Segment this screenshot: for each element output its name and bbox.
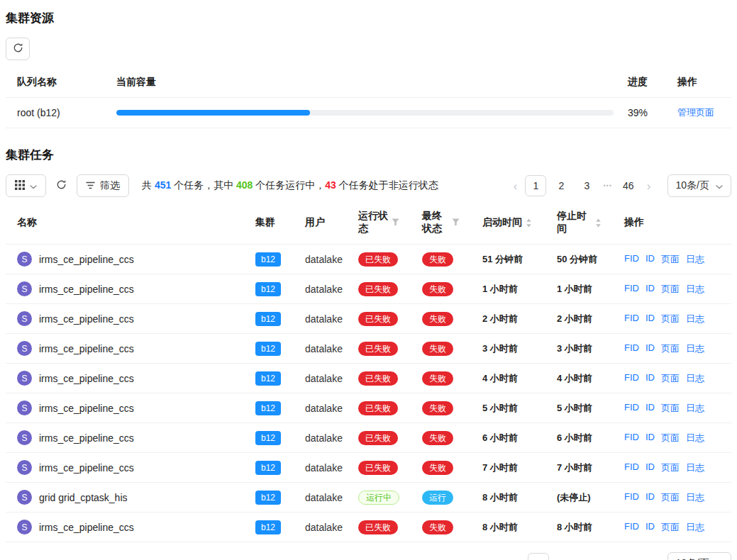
task-name[interactable]: grid grid_cptask_his (39, 492, 128, 503)
task-name[interactable]: irms_ce_pipeline_ccs (39, 313, 134, 325)
log-link[interactable]: 日志 (686, 253, 704, 266)
page-link[interactable]: 页面 (661, 313, 680, 325)
fid-link[interactable]: FID (624, 372, 639, 385)
fid-link[interactable]: FID (624, 313, 639, 325)
log-link[interactable]: 日志 (686, 342, 704, 355)
avatar: S (17, 490, 32, 505)
id-link[interactable]: ID (645, 491, 655, 504)
id-link[interactable]: ID (645, 521, 655, 534)
page-link[interactable]: 页面 (661, 283, 680, 296)
page-link[interactable]: 页面 (661, 491, 680, 504)
task-name[interactable]: irms_ce_pipeline_ccs (39, 522, 134, 533)
id-link[interactable]: ID (645, 283, 655, 296)
task-name[interactable]: irms_ce_pipeline_ccs (39, 462, 134, 474)
final-status-badge: 失败 (422, 342, 453, 356)
id-link[interactable]: ID (645, 253, 655, 266)
fid-link[interactable]: FID (624, 283, 639, 296)
fid-link[interactable]: FID (624, 461, 639, 474)
final-status-badge: 失败 (422, 401, 453, 415)
fid-link[interactable]: FID (624, 402, 639, 415)
prev-page-button[interactable]: ‹ (513, 558, 524, 560)
grid-icon (15, 180, 25, 192)
final-status-badge: 失败 (422, 371, 453, 386)
task-name[interactable]: irms_ce_pipeline_ccs (39, 343, 134, 354)
page-button-1[interactable]: 1 (525, 175, 546, 196)
task-name-cell: S irms_ce_pipeline_ccs (6, 274, 244, 303)
page-button-last[interactable]: 46 (621, 553, 642, 560)
page-button-3[interactable]: 3 (576, 175, 597, 196)
start-time: 1 小时前 (471, 276, 545, 303)
log-link[interactable]: 日志 (686, 372, 704, 385)
page-link[interactable]: 页面 (661, 342, 680, 355)
next-page-button[interactable]: › (643, 180, 655, 192)
id-link[interactable]: ID (645, 461, 655, 474)
log-link[interactable]: 日志 (686, 521, 704, 534)
stop-time: 3 小时前 (545, 335, 613, 362)
id-link[interactable]: ID (645, 313, 655, 325)
task-user: datalake (294, 336, 347, 362)
page-ellipsis[interactable]: ••• (602, 182, 613, 189)
task-name-cell: S grid grid_cptask_his (6, 483, 244, 512)
id-link[interactable]: ID (645, 432, 655, 444)
col-start-time[interactable]: 启动时间 (471, 208, 545, 237)
capacity-progress-fill (116, 110, 310, 116)
tasks-refresh-button[interactable] (53, 174, 70, 197)
log-link[interactable]: 日志 (686, 432, 704, 444)
page-button-2[interactable]: 2 (550, 175, 572, 196)
col-user: 用户 (294, 208, 347, 237)
page-size-select[interactable]: 10条/页 (667, 174, 731, 197)
prev-page-button[interactable]: ‹ (510, 180, 521, 192)
log-link[interactable]: 日志 (686, 313, 704, 325)
task-name-cell: S irms_ce_pipeline_ccs (6, 364, 244, 393)
id-link[interactable]: ID (645, 402, 655, 415)
start-time: 6 小时前 (471, 425, 545, 452)
manage-page-link[interactable]: 管理页面 (677, 107, 714, 118)
run-status-badge: 已失败 (358, 371, 398, 386)
fid-link[interactable]: FID (624, 521, 639, 534)
id-link[interactable]: ID (645, 372, 655, 385)
chevron-down-icon (716, 180, 723, 191)
col-stop-time[interactable]: 停止时间 (545, 201, 613, 244)
col-final-status-label: 最终状态 (422, 210, 448, 235)
task-name[interactable]: irms_ce_pipeline_ccs (39, 432, 134, 444)
avatar: S (17, 371, 32, 386)
column-layout-button[interactable] (6, 174, 46, 197)
filter-button[interactable]: 筛选 (77, 174, 129, 197)
resources-refresh-button[interactable] (6, 38, 30, 60)
task-name[interactable]: irms_ce_pipeline_ccs (39, 403, 134, 414)
page-button-last[interactable]: 46 (618, 175, 639, 196)
page-button-2[interactable]: 2 (553, 553, 575, 560)
log-link[interactable]: 日志 (686, 283, 704, 296)
log-link[interactable]: 日志 (686, 461, 704, 474)
log-link[interactable]: 日志 (686, 402, 704, 415)
final-status-badge: 失败 (422, 282, 453, 296)
page-link[interactable]: 页面 (661, 432, 680, 444)
pagination-bottom: ‹ 1 2 3 ••• 46 › 10条/页 (6, 542, 731, 560)
page-size-select[interactable]: 10条/页 (667, 552, 731, 560)
page-link[interactable]: 页面 (661, 461, 680, 474)
filter-funnel-icon[interactable] (392, 217, 399, 228)
task-name[interactable]: irms_ce_pipeline_ccs (39, 254, 134, 265)
page-link[interactable]: 页面 (661, 253, 680, 266)
start-time: 4 小时前 (471, 365, 545, 392)
sort-icon[interactable] (595, 218, 602, 228)
page-button-1[interactable]: 1 (528, 553, 549, 560)
filter-funnel-icon[interactable] (452, 217, 460, 228)
id-link[interactable]: ID (645, 342, 655, 355)
sort-icon[interactable] (526, 218, 532, 228)
fid-link[interactable]: FID (624, 253, 639, 266)
fid-link[interactable]: FID (624, 491, 639, 504)
log-link[interactable]: 日志 (686, 491, 704, 504)
task-name[interactable]: irms_ce_pipeline_ccs (39, 284, 134, 295)
task-name[interactable]: irms_ce_pipeline_ccs (39, 373, 134, 384)
next-page-button[interactable]: › (646, 558, 658, 560)
page-link[interactable]: 页面 (661, 372, 680, 385)
stopped-task-count: 43 (325, 179, 336, 191)
page-link[interactable]: 页面 (661, 521, 680, 534)
page-button-3[interactable]: 3 (579, 553, 600, 560)
fid-link[interactable]: FID (624, 342, 639, 355)
fid-link[interactable]: FID (624, 432, 639, 444)
task-actions: FID ID 页面 日志 (613, 484, 731, 511)
task-user: datalake (294, 455, 347, 481)
page-link[interactable]: 页面 (661, 402, 680, 415)
